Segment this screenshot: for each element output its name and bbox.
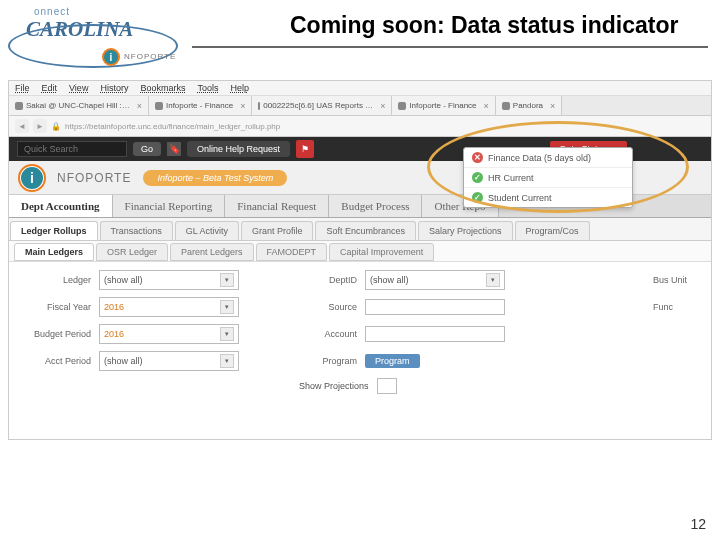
status-dot-icon: ✕ [472, 152, 483, 163]
browser-tabbar: Sakai @ UNC-Chapel Hill :…×Infoporte - F… [9, 96, 711, 116]
sub-tab2[interactable]: Parent Ledgers [170, 243, 254, 261]
browser-tab[interactable]: Sakai @ UNC-Chapel Hill :…× [9, 96, 149, 115]
source-input[interactable] [365, 299, 505, 315]
slide-header: onnect CAROLINA i NFOPORTE Coming soon: … [0, 0, 720, 72]
sub-tab[interactable]: Salary Projections [418, 221, 513, 240]
browser-window: FileEditViewHistoryBookmarksToolsHelp Sa… [8, 80, 712, 440]
back-button[interactable]: ◄ [15, 119, 29, 133]
source-label: Source [307, 302, 357, 312]
busunit-label: Bus Unit [653, 275, 701, 285]
deptid-label: DeptID [307, 275, 357, 285]
program-button[interactable]: Program [365, 354, 420, 368]
close-icon[interactable]: × [240, 101, 245, 111]
sub-tab2[interactable]: FAMODEPT [256, 243, 328, 261]
tertiary-tabs: Main LedgersOSR LedgerParent LedgersFAMO… [9, 241, 711, 262]
chevron-down-icon: ▾ [486, 273, 500, 287]
budget-period-select[interactable]: 2016▾ [99, 324, 239, 344]
slide-title: Coming soon: Data status indicator [290, 12, 678, 39]
status-row: ✓Student Current [464, 188, 632, 207]
favicon-icon [398, 102, 406, 110]
nav-tab[interactable]: Dept Accounting [9, 195, 113, 217]
go-button[interactable]: Go [133, 142, 161, 156]
browser-tab[interactable]: Pandora× [496, 96, 563, 115]
menu-bookmarks[interactable]: Bookmarks [140, 83, 185, 93]
sub-tab[interactable]: Soft Encumbrances [315, 221, 416, 240]
infoporte-wordmark: NFOPORTE [57, 171, 131, 185]
close-icon[interactable]: × [137, 101, 142, 111]
status-dot-icon: ✓ [472, 172, 483, 183]
status-dot-icon: ✓ [472, 192, 483, 203]
program-label: Program [307, 356, 357, 366]
chevron-down-icon: ▾ [220, 354, 234, 368]
sub-tab2[interactable]: OSR Ledger [96, 243, 168, 261]
data-status-panel: ✕Finance Data (5 days old)✓HR Current✓St… [463, 147, 633, 208]
sub-tab2[interactable]: Capital Improvement [329, 243, 434, 261]
beta-badge: Infoporte – Beta Test System [143, 170, 287, 186]
acct-period-select[interactable]: (show all)▾ [99, 351, 239, 371]
quick-search-input[interactable] [17, 141, 127, 157]
func-label: Func [653, 302, 701, 312]
url-text[interactable]: https://betainfoporte.unc.edu/finance/ma… [65, 122, 705, 131]
status-row: ✓HR Current [464, 168, 632, 188]
chevron-down-icon: ▾ [220, 300, 234, 314]
account-label: Account [307, 329, 357, 339]
browser-tab[interactable]: Infoporte - Finance× [392, 96, 495, 115]
flag-icon[interactable]: ⚑ [296, 140, 314, 158]
close-icon[interactable]: × [484, 101, 489, 111]
show-projections-label: Show Projections [299, 381, 369, 391]
sub-tab[interactable]: Program/Cos [515, 221, 590, 240]
fiscal-year-select[interactable]: 2016▾ [99, 297, 239, 317]
status-row: ✕Finance Data (5 days old) [464, 148, 632, 168]
forward-button[interactable]: ► [33, 119, 47, 133]
ledger-label: Ledger [19, 275, 91, 285]
sub-tab2[interactable]: Main Ledgers [14, 243, 94, 261]
secondary-tabs: Ledger RollupsTransactionsGL ActivityGra… [9, 218, 711, 241]
favicon-icon [155, 102, 163, 110]
bookmark-icon[interactable]: 🔖 [167, 142, 181, 156]
slide-page-number: 12 [690, 516, 706, 532]
ledger-select[interactable]: (show all)▾ [99, 270, 239, 290]
acct-period-label: Acct Period [19, 356, 91, 366]
sub-tab[interactable]: Grant Profile [241, 221, 314, 240]
sub-tab[interactable]: Transactions [100, 221, 173, 240]
fiscal-year-label: Fiscal Year [19, 302, 91, 312]
browser-tab[interactable]: 0002225c[6.6] UAS Reports …× [252, 96, 392, 115]
infoporte-icon: i [102, 48, 120, 66]
sub-tab[interactable]: GL Activity [175, 221, 239, 240]
connect-carolina-logo: onnect CAROLINA i NFOPORTE [8, 6, 188, 66]
menu-view[interactable]: View [69, 83, 88, 93]
browser-menubar: FileEditViewHistoryBookmarksToolsHelp [9, 81, 711, 96]
menu-file[interactable]: File [15, 83, 30, 93]
help-request-button[interactable]: Online Help Request [187, 141, 290, 157]
chevron-down-icon: ▾ [220, 327, 234, 341]
menu-edit[interactable]: Edit [42, 83, 58, 93]
address-bar: ◄ ► 🔒 https://betainfoporte.unc.edu/fina… [9, 116, 711, 137]
menu-help[interactable]: Help [230, 83, 249, 93]
infoporte-logo-icon: i [19, 165, 45, 191]
nav-tab[interactable]: Budget Process [329, 195, 422, 217]
lock-icon: 🔒 [51, 122, 61, 131]
nav-tab[interactable]: Financial Reporting [113, 195, 226, 217]
deptid-select[interactable]: (show all)▾ [365, 270, 505, 290]
sub-tab[interactable]: Ledger Rollups [10, 221, 98, 240]
filter-panel: Ledger (show all)▾ DeptID (show all)▾ Bu… [9, 262, 711, 409]
menu-history[interactable]: History [100, 83, 128, 93]
favicon-icon [15, 102, 23, 110]
chevron-down-icon: ▾ [220, 273, 234, 287]
nav-tab[interactable]: Financial Request [225, 195, 329, 217]
close-icon[interactable]: × [380, 101, 385, 111]
menu-tools[interactable]: Tools [197, 83, 218, 93]
close-icon[interactable]: × [550, 101, 555, 111]
budget-period-label: Budget Period [19, 329, 91, 339]
favicon-icon [258, 102, 260, 110]
account-input[interactable] [365, 326, 505, 342]
show-projections-input[interactable] [377, 378, 397, 394]
favicon-icon [502, 102, 510, 110]
browser-tab[interactable]: Infoporte - Finance× [149, 96, 252, 115]
